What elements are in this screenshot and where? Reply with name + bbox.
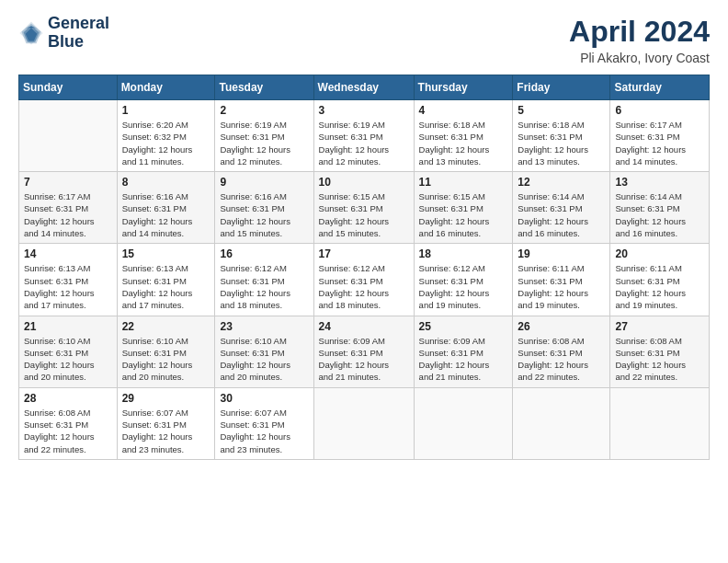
day-info: Sunrise: 6:10 AMSunset: 6:31 PMDaylight:…: [24, 335, 112, 384]
day-number: 4: [419, 104, 508, 117]
logo-icon: [18, 20, 44, 46]
weekday-header-friday: Friday: [513, 75, 610, 100]
day-info: Sunrise: 6:12 AMSunset: 6:31 PMDaylight:…: [220, 262, 308, 311]
day-cell: 29Sunrise: 6:07 AMSunset: 6:31 PMDayligh…: [117, 387, 215, 459]
page: General Blue April 2024 Pli Akakro, Ivor…: [0, 0, 728, 563]
weekday-header-sunday: Sunday: [19, 75, 118, 100]
day-cell: 25Sunrise: 6:09 AMSunset: 6:31 PMDayligh…: [414, 316, 513, 387]
title-block: April 2024 Pli Akakro, Ivory Coast: [569, 15, 710, 65]
weekday-header-saturday: Saturday: [610, 75, 710, 100]
day-cell: 21Sunrise: 6:10 AMSunset: 6:31 PMDayligh…: [19, 316, 118, 387]
day-cell: 26Sunrise: 6:08 AMSunset: 6:31 PMDayligh…: [513, 316, 610, 387]
day-number: 23: [220, 320, 308, 333]
day-number: 24: [319, 320, 409, 333]
day-number: 10: [319, 176, 409, 189]
day-info: Sunrise: 6:20 AMSunset: 6:32 PMDaylight:…: [122, 119, 210, 167]
day-cell: 12Sunrise: 6:14 AMSunset: 6:31 PMDayligh…: [513, 172, 610, 244]
day-number: 25: [419, 320, 508, 333]
day-cell: 20Sunrise: 6:11 AMSunset: 6:31 PMDayligh…: [610, 244, 710, 316]
weekday-header-wednesday: Wednesday: [313, 75, 414, 100]
day-cell: 7Sunrise: 6:17 AMSunset: 6:31 PMDaylight…: [19, 172, 118, 244]
day-cell: 22Sunrise: 6:10 AMSunset: 6:31 PMDayligh…: [117, 316, 215, 387]
weekday-header-monday: Monday: [117, 75, 215, 100]
day-number: 19: [518, 247, 605, 260]
day-info: Sunrise: 6:13 AMSunset: 6:31 PMDaylight:…: [122, 262, 210, 311]
day-number: 1: [122, 104, 210, 117]
day-number: 2: [220, 104, 308, 117]
day-cell: 9Sunrise: 6:16 AMSunset: 6:31 PMDaylight…: [215, 172, 313, 244]
day-cell: 18Sunrise: 6:12 AMSunset: 6:31 PMDayligh…: [414, 244, 513, 316]
day-number: 18: [419, 247, 508, 260]
day-info: Sunrise: 6:09 AMSunset: 6:31 PMDaylight:…: [419, 335, 508, 384]
day-info: Sunrise: 6:10 AMSunset: 6:31 PMDaylight:…: [220, 335, 308, 384]
logo-text: General Blue: [48, 15, 109, 52]
day-number: 16: [220, 247, 308, 260]
day-cell: 2Sunrise: 6:19 AMSunset: 6:31 PMDaylight…: [215, 100, 313, 172]
day-cell: 4Sunrise: 6:18 AMSunset: 6:31 PMDaylight…: [414, 100, 513, 172]
day-info: Sunrise: 6:15 AMSunset: 6:31 PMDaylight:…: [319, 190, 409, 239]
day-cell: 3Sunrise: 6:19 AMSunset: 6:31 PMDaylight…: [313, 100, 414, 172]
day-cell: 14Sunrise: 6:13 AMSunset: 6:31 PMDayligh…: [19, 244, 118, 316]
day-cell: 17Sunrise: 6:12 AMSunset: 6:31 PMDayligh…: [313, 244, 414, 316]
weekday-header-thursday: Thursday: [414, 75, 513, 100]
day-cell: 13Sunrise: 6:14 AMSunset: 6:31 PMDayligh…: [610, 172, 710, 244]
day-cell: [513, 387, 610, 459]
day-number: 21: [24, 320, 112, 333]
day-number: 20: [615, 247, 704, 260]
day-info: Sunrise: 6:11 AMSunset: 6:31 PMDaylight:…: [615, 262, 704, 311]
day-cell: 1Sunrise: 6:20 AMSunset: 6:32 PMDaylight…: [117, 100, 215, 172]
day-info: Sunrise: 6:11 AMSunset: 6:31 PMDaylight:…: [518, 262, 605, 311]
day-cell: 5Sunrise: 6:18 AMSunset: 6:31 PMDaylight…: [513, 100, 610, 172]
day-info: Sunrise: 6:18 AMSunset: 6:31 PMDaylight:…: [518, 119, 605, 167]
day-cell: 15Sunrise: 6:13 AMSunset: 6:31 PMDayligh…: [117, 244, 215, 316]
week-row-4: 21Sunrise: 6:10 AMSunset: 6:31 PMDayligh…: [19, 316, 710, 387]
day-cell: 11Sunrise: 6:15 AMSunset: 6:31 PMDayligh…: [414, 172, 513, 244]
day-number: 11: [419, 176, 508, 189]
day-cell: 10Sunrise: 6:15 AMSunset: 6:31 PMDayligh…: [313, 172, 414, 244]
day-info: Sunrise: 6:13 AMSunset: 6:31 PMDaylight:…: [24, 262, 112, 311]
day-info: Sunrise: 6:07 AMSunset: 6:31 PMDaylight:…: [122, 407, 210, 455]
week-row-2: 7Sunrise: 6:17 AMSunset: 6:31 PMDaylight…: [19, 172, 710, 244]
day-number: 9: [220, 176, 308, 189]
week-row-5: 28Sunrise: 6:08 AMSunset: 6:31 PMDayligh…: [19, 387, 710, 459]
day-info: Sunrise: 6:12 AMSunset: 6:31 PMDaylight:…: [319, 262, 409, 311]
day-info: Sunrise: 6:14 AMSunset: 6:31 PMDaylight:…: [615, 190, 704, 239]
day-cell: 6Sunrise: 6:17 AMSunset: 6:31 PMDaylight…: [610, 100, 710, 172]
day-cell: [414, 387, 513, 459]
day-info: Sunrise: 6:19 AMSunset: 6:31 PMDaylight:…: [319, 119, 409, 167]
day-info: Sunrise: 6:16 AMSunset: 6:31 PMDaylight:…: [220, 190, 308, 239]
day-info: Sunrise: 6:17 AMSunset: 6:31 PMDaylight:…: [24, 190, 112, 239]
day-info: Sunrise: 6:08 AMSunset: 6:31 PMDaylight:…: [615, 335, 704, 384]
day-cell: 16Sunrise: 6:12 AMSunset: 6:31 PMDayligh…: [215, 244, 313, 316]
day-info: Sunrise: 6:09 AMSunset: 6:31 PMDaylight:…: [319, 335, 409, 384]
day-info: Sunrise: 6:18 AMSunset: 6:31 PMDaylight:…: [419, 119, 508, 167]
day-number: 28: [24, 392, 112, 405]
day-cell: 27Sunrise: 6:08 AMSunset: 6:31 PMDayligh…: [610, 316, 710, 387]
day-info: Sunrise: 6:16 AMSunset: 6:31 PMDaylight:…: [122, 190, 210, 239]
day-number: 26: [518, 320, 605, 333]
day-info: Sunrise: 6:07 AMSunset: 6:31 PMDaylight:…: [220, 407, 308, 455]
day-cell: 30Sunrise: 6:07 AMSunset: 6:31 PMDayligh…: [215, 387, 313, 459]
day-number: 12: [518, 176, 605, 189]
day-cell: 28Sunrise: 6:08 AMSunset: 6:31 PMDayligh…: [19, 387, 118, 459]
day-info: Sunrise: 6:19 AMSunset: 6:31 PMDaylight:…: [220, 119, 308, 167]
day-cell: [313, 387, 414, 459]
day-cell: [19, 100, 118, 172]
day-number: 22: [122, 320, 210, 333]
header: General Blue April 2024 Pli Akakro, Ivor…: [18, 15, 710, 65]
day-info: Sunrise: 6:15 AMSunset: 6:31 PMDaylight:…: [419, 190, 508, 239]
day-number: 14: [24, 247, 112, 260]
day-info: Sunrise: 6:17 AMSunset: 6:31 PMDaylight:…: [615, 119, 704, 167]
day-cell: 8Sunrise: 6:16 AMSunset: 6:31 PMDaylight…: [117, 172, 215, 244]
month-title: April 2024: [569, 15, 710, 49]
day-cell: 19Sunrise: 6:11 AMSunset: 6:31 PMDayligh…: [513, 244, 610, 316]
day-number: 13: [615, 176, 704, 189]
day-number: 3: [319, 104, 409, 117]
day-info: Sunrise: 6:14 AMSunset: 6:31 PMDaylight:…: [518, 190, 605, 239]
day-number: 6: [615, 104, 704, 117]
day-info: Sunrise: 6:10 AMSunset: 6:31 PMDaylight:…: [122, 335, 210, 384]
calendar: SundayMondayTuesdayWednesdayThursdayFrid…: [18, 75, 710, 460]
day-cell: 23Sunrise: 6:10 AMSunset: 6:31 PMDayligh…: [215, 316, 313, 387]
week-row-3: 14Sunrise: 6:13 AMSunset: 6:31 PMDayligh…: [19, 244, 710, 316]
day-info: Sunrise: 6:12 AMSunset: 6:31 PMDaylight:…: [419, 262, 508, 311]
